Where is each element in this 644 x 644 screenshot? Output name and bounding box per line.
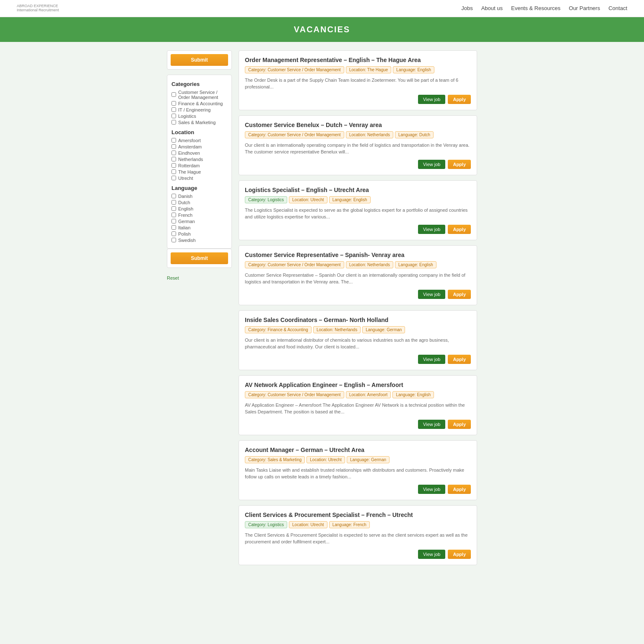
view-job-button[interactable]: View job	[418, 485, 445, 494]
job-tag: Location: Amersfoort	[346, 391, 391, 398]
view-job-button[interactable]: View job	[418, 420, 445, 429]
page-title: VACANCIES	[0, 17, 644, 42]
view-job-button[interactable]: View job	[418, 95, 445, 104]
language-item: English	[171, 206, 227, 211]
category-checkbox[interactable]	[171, 114, 176, 118]
location-item: Utrecht	[171, 176, 227, 181]
category-item: Finance & Accounting	[171, 101, 227, 106]
top-submit-button[interactable]: Submit	[171, 54, 228, 66]
apply-button[interactable]: Apply	[448, 355, 471, 364]
job-tags: Category: LogisticsLocation: UtrechtLang…	[245, 521, 471, 528]
location-label: Utrecht	[178, 176, 193, 181]
job-tag: Location: Utrecht	[289, 521, 327, 528]
job-card: Order Management Representative – Englis…	[239, 50, 477, 110]
job-description: Our client is an internationally operati…	[245, 142, 471, 156]
apply-button[interactable]: Apply	[448, 550, 471, 559]
location-label: Rotterdam	[178, 163, 200, 168]
location-checkbox[interactable]	[171, 169, 176, 174]
sidebar: Submit Categories Customer Service / Ord…	[167, 50, 232, 570]
language-checkbox[interactable]	[171, 231, 176, 236]
location-title: Location	[171, 129, 227, 135]
apply-button[interactable]: Apply	[448, 95, 471, 104]
nav-item-eventsresources[interactable]: Events & Resources	[511, 5, 561, 11]
job-actions: View job Apply	[245, 225, 471, 234]
category-checkbox[interactable]	[171, 120, 176, 125]
language-item: Italian	[171, 225, 227, 230]
location-label: Amersfoort	[178, 138, 201, 143]
location-checkbox[interactable]	[171, 138, 176, 143]
apply-button[interactable]: Apply	[448, 160, 471, 169]
categories-title: Categories	[171, 81, 227, 87]
job-title: Inside Sales Coordinators – German- Nort…	[245, 317, 471, 323]
location-item: Amsterdam	[171, 144, 227, 149]
location-label: Amsterdam	[178, 144, 202, 149]
job-tag: Language: English	[329, 196, 371, 203]
job-tags: Category: Customer Service / Order Manag…	[245, 66, 471, 73]
nav-item-ourpartners[interactable]: Our Partners	[569, 5, 600, 11]
language-checkbox[interactable]	[171, 219, 176, 223]
category-item: Customer Service / Order Management	[171, 90, 227, 100]
language-group: Language DanishDutchEnglishFrenchGermanI…	[171, 185, 227, 243]
job-tag: Category: Customer Service / Order Manag…	[245, 261, 344, 268]
job-card: Customer Service Representative – Spanis…	[239, 245, 477, 305]
job-description: The Logistics Specialist is expected to …	[245, 207, 471, 221]
language-item: Dutch	[171, 200, 227, 205]
location-checkbox[interactable]	[171, 144, 176, 149]
job-description: The Client Services & Procurement Specia…	[245, 532, 471, 545]
apply-button[interactable]: Apply	[448, 485, 471, 494]
job-description: The Order Desk is a part of the Supply C…	[245, 77, 471, 91]
category-item: Logistics	[171, 114, 227, 119]
job-tag: Language: German	[362, 326, 405, 333]
job-tag: Category: Customer Service / Order Manag…	[245, 66, 344, 73]
nav-item-aboutus[interactable]: About us	[481, 5, 503, 11]
category-checkbox[interactable]	[171, 92, 176, 97]
reset-link[interactable]: Reset	[167, 275, 179, 280]
jobs-container: Order Management Representative – Englis…	[239, 50, 477, 570]
location-item: The Hague	[171, 169, 227, 174]
view-job-button[interactable]: View job	[418, 550, 445, 559]
job-tags: Category: Sales & MarketingLocation: Utr…	[245, 456, 471, 463]
job-actions: View job Apply	[245, 420, 471, 429]
location-checkbox[interactable]	[171, 176, 176, 180]
category-checkbox[interactable]	[171, 107, 176, 112]
location-checkbox[interactable]	[171, 151, 176, 155]
job-actions: View job Apply	[245, 160, 471, 169]
language-label: Italian	[178, 225, 190, 230]
language-item: Polish	[171, 231, 227, 236]
nav-item-jobs[interactable]: Jobs	[461, 5, 473, 11]
language-checkbox[interactable]	[171, 225, 176, 230]
apply-button[interactable]: Apply	[448, 420, 471, 429]
category-label: Customer Service / Order Management	[178, 90, 227, 100]
location-checkbox[interactable]	[171, 157, 176, 161]
language-checkbox[interactable]	[171, 213, 176, 217]
view-job-button[interactable]: View job	[418, 290, 445, 299]
location-label: Eindhoven	[178, 151, 200, 156]
job-tag: Location: Utrecht	[289, 196, 327, 203]
location-group: Location AmersfoortAmsterdamEindhovenNet…	[171, 129, 227, 181]
location-checkbox[interactable]	[171, 163, 176, 168]
language-label: Polish	[178, 231, 191, 236]
apply-button[interactable]: Apply	[448, 290, 471, 299]
view-job-button[interactable]: View job	[418, 160, 445, 169]
view-job-button[interactable]: View job	[418, 355, 445, 364]
category-checkbox[interactable]	[171, 101, 176, 106]
job-tag: Location: Netherlands	[313, 326, 361, 333]
language-checkbox[interactable]	[171, 206, 176, 211]
language-label: Swedish	[178, 238, 196, 243]
job-description: Main Tasks Liaise with and establish tru…	[245, 467, 471, 480]
language-checkbox[interactable]	[171, 194, 176, 198]
job-tag: Category: Customer Service / Order Manag…	[245, 391, 344, 398]
job-tag: Location: Utrecht	[306, 456, 345, 463]
language-checkbox[interactable]	[171, 200, 176, 205]
apply-button[interactable]: Apply	[448, 225, 471, 234]
job-title: Customer Service Benelux – Dutch – Venra…	[245, 122, 471, 128]
view-job-button[interactable]: View job	[418, 225, 445, 234]
job-tags: Category: Finance & AccountingLocation: …	[245, 326, 471, 333]
nav-item-contact[interactable]: Contact	[608, 5, 627, 11]
location-item: Eindhoven	[171, 151, 227, 156]
job-title: Client Services & Procurement Specialist…	[245, 512, 471, 518]
nav-menu: JobsAbout usEvents & ResourcesOur Partne…	[461, 5, 627, 11]
language-checkbox[interactable]	[171, 238, 176, 242]
language-label: German	[178, 219, 195, 224]
bottom-submit-button[interactable]: Submit	[171, 252, 228, 264]
